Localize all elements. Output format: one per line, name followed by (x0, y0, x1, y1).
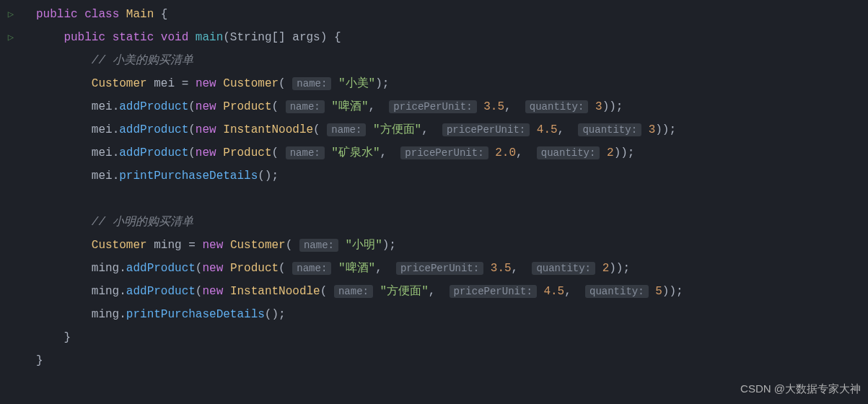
op: = (188, 239, 196, 252)
comma: , (380, 146, 387, 159)
watermark: CSDN @大数据专家大神 (740, 378, 861, 400)
type: Customer (223, 77, 279, 90)
code-editor[interactable]: public class Main { public static void m… (0, 0, 868, 372)
var: mei (92, 170, 113, 183)
hint-price: pricePerUnit: (396, 262, 483, 275)
keyword-new: new (196, 123, 216, 136)
dot: . (119, 308, 126, 321)
dot: . (113, 146, 120, 159)
hint-price: pricePerUnit: (389, 100, 476, 113)
paren: ( (188, 146, 196, 159)
hint-name: name: (292, 77, 331, 90)
hint-name: name: (334, 285, 373, 298)
paren: ( (196, 285, 203, 298)
keyword-new: new (202, 285, 223, 298)
comma: , (558, 123, 565, 136)
method: printPurchaseDetails (119, 170, 258, 183)
paren: )); (662, 285, 683, 298)
string: "方便面" (380, 285, 429, 298)
keyword-public: public (36, 8, 78, 21)
brace: } (63, 331, 71, 344)
dot: . (113, 100, 120, 113)
paren: ( (279, 262, 286, 275)
type: Customer (92, 77, 147, 90)
hint-price: pricePerUnit: (400, 146, 488, 159)
paren: ( (286, 239, 293, 252)
paren: ); (382, 239, 396, 252)
number: 2 (607, 146, 614, 159)
paren: )); (602, 100, 623, 113)
keyword-class: class (84, 8, 119, 21)
type: Product (223, 100, 271, 113)
comma: , (504, 100, 512, 113)
type: InstantNoodle (230, 285, 320, 298)
op: = (182, 77, 189, 90)
keyword-new: new (202, 239, 223, 252)
hint-qty: quantity: (537, 146, 600, 159)
method: addProduct (126, 285, 196, 298)
hint-qty: quantity: (585, 285, 649, 298)
brace: } (36, 354, 43, 367)
comma: , (564, 285, 571, 298)
hint-name: name: (292, 262, 331, 275)
comma: , (512, 262, 519, 275)
method: printPurchaseDetails (126, 308, 265, 321)
type: Product (223, 146, 271, 159)
number: 2.0 (495, 146, 516, 159)
number: 4.5 (543, 285, 564, 298)
keyword-new: new (196, 100, 216, 113)
type: Product (230, 262, 279, 275)
paren: )); (655, 123, 676, 136)
paren: ( (272, 146, 279, 159)
paren: ( (313, 123, 320, 136)
hint-qty: quantity: (532, 262, 595, 275)
hint-name: name: (299, 239, 338, 252)
paren: )); (609, 262, 630, 275)
method: addProduct (119, 123, 188, 136)
keyword-new: new (196, 77, 216, 90)
var: mei (92, 123, 113, 136)
type: InstantNoodle (223, 123, 313, 136)
string: "小美" (338, 77, 375, 90)
hint-name: name: (286, 100, 325, 113)
run-icon[interactable]: ▷ (8, 26, 14, 49)
class-name: Main (126, 8, 154, 21)
run-icon[interactable]: ▷ (8, 3, 14, 26)
string: "啤酒" (338, 262, 375, 275)
gutter: ▷ ▷ (0, 0, 22, 404)
type: Customer (230, 239, 286, 252)
comma: , (375, 262, 382, 275)
method: addProduct (119, 146, 188, 159)
method: addProduct (119, 100, 188, 113)
number: 5 (655, 285, 662, 298)
var: ming (92, 285, 119, 298)
var: ming (92, 308, 119, 321)
paren: ( (272, 100, 279, 113)
var: ming (92, 262, 119, 275)
method: addProduct (126, 262, 196, 275)
brace: { (334, 31, 341, 44)
comma: , (369, 100, 376, 113)
string: "矿泉水" (331, 146, 380, 159)
paren: (); (258, 170, 279, 183)
comma: , (429, 285, 436, 298)
var: mei (154, 77, 175, 90)
paren: ); (375, 77, 389, 90)
type: Customer (92, 239, 147, 252)
paren: ( (188, 123, 196, 136)
params: (String[] args) (223, 31, 327, 44)
number: 3.5 (491, 262, 512, 275)
var: mei (92, 100, 113, 113)
keyword-static: static (113, 31, 154, 44)
string: "啤酒" (331, 100, 368, 113)
hint-name: name: (286, 146, 325, 159)
comment: // 小美的购买清单 (92, 54, 193, 67)
paren: ( (279, 77, 286, 90)
keyword-new: new (202, 262, 223, 275)
string: "方便面" (373, 123, 421, 136)
paren: (); (265, 308, 286, 321)
comma: , (516, 146, 523, 159)
keyword-new: new (196, 146, 216, 159)
hint-price: pricePerUnit: (442, 123, 530, 136)
keyword-public: public (63, 31, 105, 44)
